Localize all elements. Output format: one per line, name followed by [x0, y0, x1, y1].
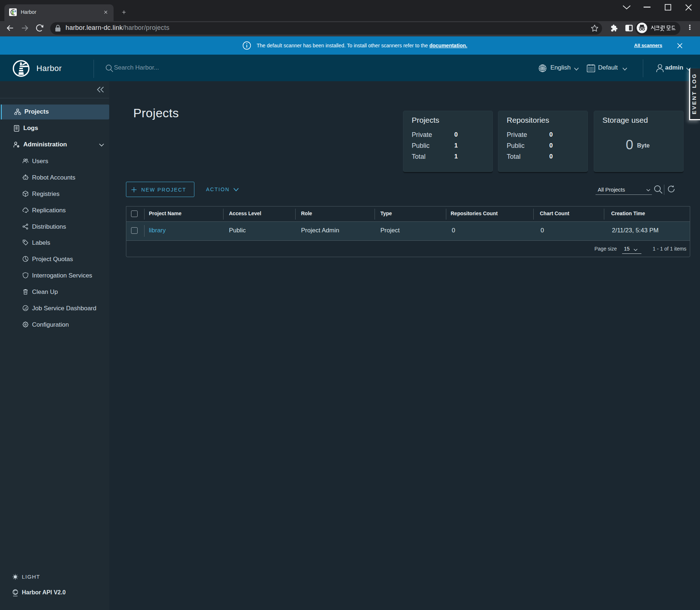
svg-text:EVENT LOG: EVENT LOG — [691, 73, 697, 114]
